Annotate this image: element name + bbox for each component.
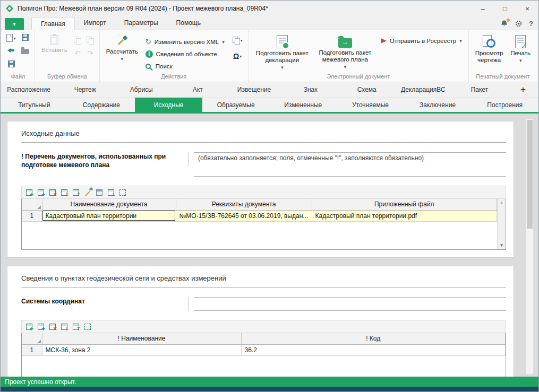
doc-tab-titulnyj[interactable]: Титульный — [1, 98, 68, 112]
column-header-name[interactable]: Наименование документа — [42, 199, 176, 210]
coords-grid-toolbar — [21, 320, 506, 333]
doc-tab-chertezh[interactable]: Чертеж — [57, 82, 113, 97]
chevron-down-icon — [222, 40, 225, 43]
help-icon[interactable]: ? — [529, 20, 533, 28]
doc-tab-znak[interactable]: Знак — [283, 82, 339, 97]
doc-tab-soderzhanie[interactable]: Содержание — [68, 98, 135, 112]
table-row: 1 Кадастровый план территории №МО-15/ЗВ-… — [22, 210, 497, 221]
search-button[interactable]: Поиск — [142, 60, 176, 72]
main-scrollbar[interactable] — [526, 119, 534, 374]
expand-icon[interactable] — [83, 322, 93, 331]
divider — [188, 152, 189, 166]
doc-tab-akt[interactable]: Акт — [169, 82, 226, 97]
doc-tab-raspolozhenie[interactable]: Расположение — [1, 82, 57, 97]
save-button[interactable] — [18, 33, 32, 42]
tab-import[interactable]: Импорт — [75, 16, 115, 30]
move-down-icon[interactable] — [60, 188, 70, 197]
document-file-cell[interactable]: Кадастровый план территории.pdf — [312, 210, 497, 221]
coord-system-name-cell[interactable]: МСК-36, зона 2 — [42, 344, 241, 355]
change-xml-version-button[interactable]: ↻Изменить версию XML — [142, 36, 228, 48]
column-header-name[interactable]: ! Наименование — [42, 333, 241, 344]
bottom-strip — [1, 387, 538, 391]
scroll-down-icon[interactable]: ▼ — [500, 243, 504, 248]
column-header-details[interactable]: Реквизиты документа — [176, 199, 312, 210]
copy-icon — [74, 37, 81, 44]
coord-system-code-cell[interactable]: 36.2 — [241, 344, 506, 355]
delete-row-icon[interactable] — [48, 188, 58, 197]
doc-tab-ishodnye[interactable]: Исходные — [135, 98, 202, 112]
insert-row-icon[interactable] — [37, 322, 46, 331]
coordinate-systems-field[interactable] — [194, 297, 506, 311]
minimize-button[interactable]: – — [472, 1, 494, 16]
table-scrollbar[interactable]: ▲ ▼ — [497, 199, 506, 249]
add-tab-button[interactable]: + — [508, 82, 538, 97]
coordinate-systems-table: ! Наименование ! Код 1 МСК-36, зона 2 36… — [22, 333, 506, 356]
section-geodesy: Сведения о пунктах геодезической сети и … — [7, 266, 514, 377]
notifications-icon[interactable] — [500, 20, 508, 28]
doc-tab-obrazuemye[interactable]: Образуемые — [202, 98, 270, 112]
redo-button[interactable]: ↷ — [86, 49, 94, 58]
undo-button[interactable]: ↶ — [73, 49, 81, 58]
refresh-xml-icon: ↻ — [146, 38, 151, 45]
doc-tab-paket[interactable]: Пакет — [451, 82, 508, 97]
delete-row-icon[interactable] — [48, 322, 58, 331]
calculate-button[interactable]: Рассчитать — [102, 32, 142, 62]
move-down-icon[interactable] — [60, 322, 70, 331]
paste-button[interactable]: Вставить — [38, 32, 71, 55]
move-up-icon[interactable] — [72, 322, 81, 331]
print-icon[interactable] — [95, 188, 105, 197]
close-button[interactable]: × — [516, 1, 538, 16]
documents-field[interactable]: (обязательно заполняется; поля, отмеченн… — [194, 152, 506, 177]
magic-wand-icon — [116, 35, 129, 47]
copy-button[interactable] — [73, 36, 82, 45]
doc-tab-deklaraciya-vs[interactable]: ДекларацияВС — [395, 82, 451, 97]
import-button[interactable] — [4, 46, 18, 55]
documents-table: Наименование документа Реквизиты докумен… — [22, 199, 497, 222]
scroll-up-icon[interactable]: ▲ — [500, 201, 504, 205]
column-header-file[interactable]: Приложенный файл — [312, 199, 497, 210]
new-document-button[interactable] — [4, 33, 18, 43]
doc-tab-postroeniya[interactable]: Построения — [471, 98, 538, 112]
send-rosreestr-button[interactable]: Отправить в Росреестр — [377, 34, 466, 47]
chevron-down-icon — [13, 22, 15, 26]
doc-tab-zaklyuchenie[interactable]: Заключение — [404, 98, 472, 112]
doc-tab-utochnyaemye[interactable]: Уточняемые — [337, 98, 404, 112]
print-button[interactable]: Печать — [507, 32, 534, 63]
doc-tab-izveschenie[interactable]: Извещение — [226, 82, 282, 97]
row-selector-header[interactable] — [22, 199, 42, 210]
row-number[interactable]: 1 — [22, 344, 42, 355]
file-menu-button[interactable] — [5, 18, 24, 30]
tab-pomosch[interactable]: Помощь — [167, 16, 210, 30]
main-scrollbar-thumb[interactable] — [527, 120, 533, 229]
doc-tab-izmenennye[interactable]: Измененные — [270, 98, 337, 112]
preview-drawing-button[interactable]: Просмотр чертежа — [472, 32, 507, 65]
expand-icon[interactable] — [118, 188, 128, 197]
column-header-code[interactable]: ! Код — [241, 333, 506, 344]
tab-parametry[interactable]: Параметры — [115, 16, 167, 30]
tab-glavnaya[interactable]: Главная — [31, 17, 75, 30]
group-label-actions: Действия — [102, 73, 245, 82]
import-xml-icon[interactable] — [107, 188, 116, 197]
doc-tab-abrisy[interactable]: Абрисы — [113, 82, 169, 97]
preview-drawing-icon — [482, 35, 496, 48]
insert-row-icon[interactable] — [37, 188, 46, 197]
calculate-icon[interactable] — [83, 188, 93, 197]
prepare-plan-package-button[interactable]: Подготовить пакет межевого плана — [313, 32, 377, 69]
prepare-declaration-package-button[interactable]: Подготовить пакет декларации — [251, 32, 313, 70]
add-row-icon[interactable] — [25, 188, 35, 197]
doc-tab-shema[interactable]: Схема — [339, 82, 395, 97]
document-details-cell[interactable]: №МО-15/ЗВ-762645 от 03.06.2019, выдан... — [176, 210, 312, 221]
add-row-icon[interactable] — [25, 322, 35, 331]
save-as-button[interactable] — [4, 59, 18, 68]
row-selector-header[interactable] — [22, 333, 42, 344]
document-name-cell[interactable]: Кадастровый план территории — [42, 210, 176, 221]
row-number[interactable]: 1 — [22, 210, 42, 221]
object-info-button[interactable]: Сведения об объекте — [142, 48, 221, 60]
windows-button[interactable] — [232, 36, 244, 45]
move-up-icon[interactable] — [72, 188, 81, 197]
open-folder-button[interactable] — [18, 46, 32, 55]
maximize-button[interactable]: □ — [494, 1, 516, 16]
symbols-button[interactable]: Ω — [232, 51, 244, 61]
copy-format-button[interactable] — [85, 36, 95, 45]
settings-gear-icon[interactable] — [515, 20, 523, 28]
